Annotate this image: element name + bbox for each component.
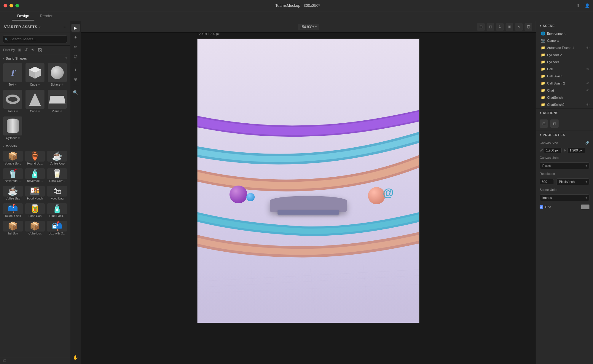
canvas-icon-sun[interactable]: ☀ [515,23,523,31]
tool-select[interactable]: ▶ [71,24,80,32]
properties-section: ▾ PROPERTIES Canvas Size 🔗 W H [536,130,593,212]
scene-item-automate-frame-1[interactable]: 📁 Automate Frame 1 👁 [536,44,593,51]
canvas-size-link-icon[interactable]: 🔗 [585,141,589,145]
tool-pen[interactable]: ✏ [71,43,80,51]
tool-search[interactable]: 🔍 [71,88,80,97]
asset-label-cone: Cone ⚙ [30,110,40,113]
scene-item-call-swish[interactable]: 📁 Call Swish [536,73,593,80]
scene-item-cylinder[interactable]: 📁 Cylinder [536,58,593,66]
asset-item-drink-cart[interactable]: 🥛 Drink Cart... [47,167,68,183]
filter-icon-sun[interactable]: ☀ [31,47,35,52]
asset-item-sphere[interactable]: Sphere ⚙ [47,62,68,87]
resolution-input[interactable] [540,179,554,184]
action-button-1[interactable]: ⊞ [540,119,548,128]
section-header-basic-shapes[interactable]: ▾ Basic Shapes ? [0,54,70,61]
search-input[interactable] [3,35,67,43]
asset-item-beverage-1[interactable]: 🥤 Beverage ... [2,167,23,183]
asset-item-square-box[interactable]: 📦 Square Bo... [2,150,23,166]
asset-item-text[interactable]: T Text ⚙ [2,62,23,87]
eye-icon-chat[interactable]: 👁 [586,89,589,92]
asset-item-beverage-2[interactable]: 🧴 Beverage ... [25,167,46,183]
asset-item-cube[interactable]: Cube ⚙ [25,62,46,87]
asset-item-coffee-cup[interactable]: ☕ Coffee Cup [47,150,68,166]
asset-label-text: Text ⚙ [9,83,17,86]
scene-item-chatswish[interactable]: 📁 ChatSwish [536,94,593,101]
asset-item-food-bag[interactable]: 🛍 Food Bag [47,185,68,201]
asset-label-cylinder: Cylinder ⚙ [6,136,20,140]
scene-item-chat-left: 📁 Chat [541,88,554,92]
canvas-icon-grid[interactable]: ⊞ [477,23,485,31]
asset-label-box-with-o: Box with O... [49,232,66,235]
actions-section-header[interactable]: ▾ ACTIONS [536,108,593,117]
scene-section-header[interactable]: ▾ SCENE [536,21,593,30]
w-input[interactable] [544,148,562,153]
canvas-icon-plus[interactable]: ⊞ [506,23,513,31]
resolution-unit-select[interactable]: Pixels/Inch [556,178,589,185]
canvas-icon-transform[interactable]: ⊟ [487,23,494,31]
scene-units-select[interactable]: Inches [540,194,589,201]
eye-icon-cs2[interactable]: 👁 [586,82,589,85]
asset-thumb-coffee-bag: ☕ [3,186,23,197]
tab-render[interactable]: Render [34,12,58,20]
scene-item-chat[interactable]: 📁 Chat 👁 [536,87,593,94]
asset-item-cylinder[interactable]: Cylinder ⚙ [2,115,23,141]
tool-transform[interactable]: ✦ [71,33,80,41]
tool-circle[interactable]: ◎ [71,52,80,60]
canvas-viewport[interactable]: 1200 x 1200 px [81,33,536,364]
close-button[interactable] [4,4,7,7]
scene-item-environment[interactable]: 🌐 Environment [536,30,593,37]
canvas-icon-image[interactable]: 🖼 [525,23,532,31]
action-button-2[interactable]: ⊟ [550,119,559,128]
asset-item-cube-box[interactable]: 📦 Cube Box [25,220,46,236]
eye-icon-chatswish2[interactable]: 👁 [586,103,589,106]
asset-item-takeout-box[interactable]: 📫 Takeout Box [2,202,23,218]
filter-icon-image[interactable]: 🖼 [38,47,42,52]
maximize-button[interactable] [15,4,19,7]
scene-item-call[interactable]: 📁 Call 👁 [536,66,593,73]
asset-item-coffee-bag[interactable]: ☕ Coffee Bag [2,185,23,201]
asset-item-food-pouch[interactable]: 🍱 Food Pouch [25,185,46,201]
scene-item-chatswish2[interactable]: 📁 ChatSwish2 👁 [536,101,593,108]
upload-icon[interactable]: ⬆ [576,3,581,8]
sidebar-chevron-icon[interactable]: ▾ [39,25,41,29]
eye-icon-af1[interactable]: 👁 [586,46,589,50]
scene-item-camera[interactable]: 📷 Camera [536,37,593,44]
grid-color-swatch[interactable] [581,205,589,209]
tool-add[interactable]: + [71,66,80,74]
grid-checkbox[interactable] [540,205,543,209]
asset-thumb-food-pouch: 🍱 [25,186,45,197]
sidebar-more-button[interactable]: ··· [63,24,66,30]
properties-section-header[interactable]: ▾ PROPERTIES [536,130,593,139]
torus-shape-icon [6,95,20,104]
asset-item-cone[interactable]: Cone ⚙ [25,89,46,114]
section-header-models[interactable]: ▾ Models [0,142,70,149]
scene-item-call-swish-2[interactable]: 📁 Call Swish 2 👁 [536,80,593,87]
asset-item-tall-box[interactable]: 📦 Tall Box [2,220,23,236]
canvas-units-select[interactable]: Pixels [540,162,589,169]
sidebar-bottom-icon[interactable]: 🏷 [2,358,6,363]
section-title-basic-shapes: Basic Shapes [6,57,27,60]
tool-plus-circle[interactable]: ⊕ [71,75,80,83]
tool-hand[interactable]: ✋ [71,353,80,362]
asset-item-torus[interactable]: Torus ⚙ [2,89,23,114]
minimize-button[interactable] [9,4,13,7]
folder-icon-cyl2: 📁 [541,53,545,57]
h-input[interactable] [568,148,585,153]
eye-icon-call[interactable]: 👁 [586,67,589,71]
tab-design[interactable]: Design [12,12,34,20]
filter-icon-shapes[interactable]: ⊞ [18,47,21,52]
folder-icon-call: 📁 [541,67,545,71]
zoom-control[interactable]: 154.83% ▾ [298,24,319,30]
asset-item-plane[interactable]: Plane ⚙ [47,89,68,114]
profile-icon[interactable]: 👤 [585,3,589,8]
asset-item-round-box[interactable]: 🏺 Round Bo... [25,150,46,166]
search-wrap [3,35,67,43]
asset-item-food-can[interactable]: 🥫 Food Can [25,202,46,218]
filter-icon-rotate[interactable]: ↺ [24,47,28,52]
asset-item-box-with-o[interactable]: 📬 Box with O... [47,220,68,236]
canvas-icon-rotate[interactable]: ↻ [496,23,504,31]
section-help-icon[interactable]: ? [65,57,67,60]
asset-thumb-beverage-1: 🥤 [3,168,23,179]
scene-item-cylinder2[interactable]: 📁 Cylinder 2 [536,51,593,58]
asset-item-tube-pack[interactable]: 🧴 Tube Pack... [47,202,68,218]
